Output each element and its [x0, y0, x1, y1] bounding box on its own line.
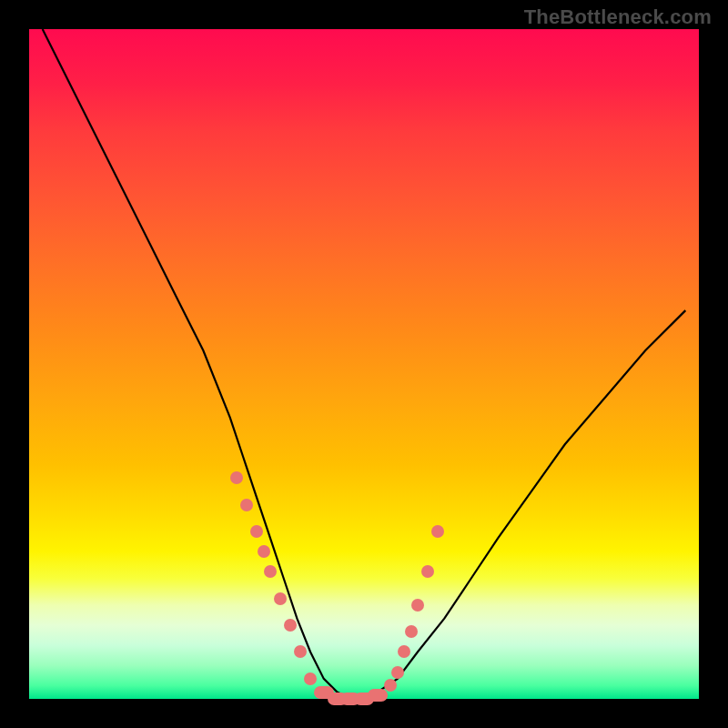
- plot-area: [29, 29, 699, 699]
- data-marker: [230, 471, 243, 484]
- data-marker: [421, 565, 434, 578]
- data-marker: [398, 645, 410, 658]
- data-marker: [411, 599, 424, 612]
- data-marker: [304, 672, 317, 685]
- data-marker: [284, 619, 297, 632]
- data-marker: [258, 545, 270, 558]
- data-marker: [391, 666, 404, 679]
- bottleneck-curve: [29, 29, 699, 699]
- data-marker: [368, 689, 388, 702]
- data-marker: [250, 525, 263, 538]
- data-marker: [384, 679, 397, 692]
- data-marker: [431, 525, 444, 538]
- data-marker: [405, 625, 418, 638]
- watermark-text: TheBottleneck.com: [524, 5, 712, 29]
- data-marker: [240, 499, 253, 511]
- data-marker: [274, 592, 287, 605]
- data-marker: [294, 645, 307, 658]
- chart-frame: TheBottleneck.com: [0, 0, 728, 728]
- data-marker: [264, 565, 277, 578]
